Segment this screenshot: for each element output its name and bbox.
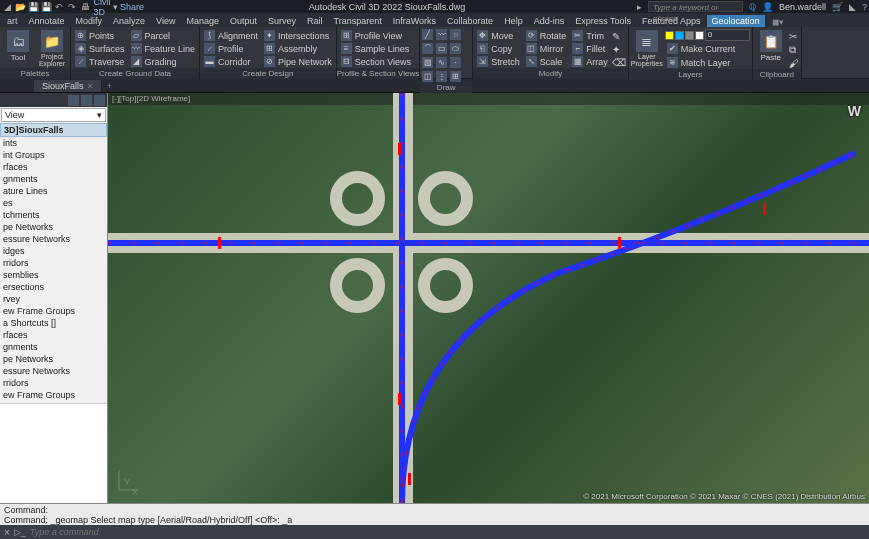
- tree-item[interactable]: gnments: [0, 173, 107, 185]
- tree-item[interactable]: pe Networks: [0, 221, 107, 233]
- pline-icon[interactable]: 〰: [436, 29, 447, 40]
- station-tick[interactable]: [763, 203, 766, 215]
- print-icon[interactable]: 🖶: [80, 2, 90, 12]
- layer-select[interactable]: 0: [705, 29, 750, 41]
- makecurrent-button[interactable]: ✔Make Current: [665, 42, 750, 55]
- trim-button[interactable]: ✂Trim: [570, 29, 610, 42]
- tree-item[interactable]: ints: [0, 137, 107, 149]
- dropdown-icon[interactable]: ▾: [110, 2, 120, 12]
- lock-icon[interactable]: [685, 31, 694, 40]
- station-tick[interactable]: [398, 143, 401, 155]
- panel-title[interactable]: Layers: [629, 69, 752, 80]
- erase-icon[interactable]: ⌫: [612, 57, 626, 68]
- more2-icon[interactable]: ⊞: [450, 71, 461, 82]
- matchprop-icon[interactable]: 🖌: [789, 58, 799, 69]
- profile-button[interactable]: ⟋Profile: [202, 42, 260, 55]
- scale-button[interactable]: ⤡Scale: [524, 55, 569, 68]
- workspace-switch[interactable]: Civil 3D: [97, 2, 107, 12]
- ribbon-tab[interactable]: InfraWorks: [388, 15, 441, 27]
- sectionviews-button[interactable]: ⊟Section Views: [339, 55, 413, 68]
- paste-button[interactable]: 📋Paste: [755, 29, 787, 63]
- tree-item[interactable]: int Groups: [0, 149, 107, 161]
- pipenetwork-button[interactable]: ⊘Pipe Network: [262, 55, 334, 68]
- ribbon-tab[interactable]: Analyze: [108, 15, 150, 27]
- traverse-button[interactable]: ⟋Traverse: [73, 55, 127, 68]
- ribbon-tab[interactable]: Rail: [302, 15, 328, 27]
- viewcube[interactable]: W: [848, 103, 861, 119]
- viewport-controls[interactable]: [-][Top][2D Wireframe]: [108, 93, 869, 105]
- station-tick[interactable]: [218, 237, 221, 249]
- tree-item[interactable]: ew Frame Groups: [0, 305, 107, 317]
- ribbon-tab[interactable]: Annotate: [24, 15, 70, 27]
- alignment-line[interactable]: [108, 240, 869, 246]
- panel-title[interactable]: Create Design: [200, 68, 336, 79]
- panel-title[interactable]: Draw: [420, 82, 472, 93]
- ribbon-tab[interactable]: Featured Apps: [637, 15, 706, 27]
- ellipse-icon[interactable]: ⬭: [450, 43, 461, 54]
- point-icon[interactable]: ·: [450, 57, 461, 68]
- redo-icon[interactable]: ↷: [67, 2, 77, 12]
- region-icon[interactable]: ◫: [422, 71, 433, 82]
- undo-icon[interactable]: ↶: [54, 2, 64, 12]
- spline-icon[interactable]: ∿: [436, 57, 447, 68]
- cut-icon[interactable]: ✂: [789, 31, 799, 42]
- ribbon-tab[interactable]: Collaborate: [442, 15, 498, 27]
- intersections-button[interactable]: ✦Intersections: [262, 29, 334, 42]
- grading-button[interactable]: ◢Grading: [129, 55, 198, 68]
- app-icon2[interactable]: ◣: [849, 2, 856, 12]
- ribbon-tab[interactable]: View: [151, 15, 180, 27]
- close-cmdline-icon[interactable]: ×: [4, 527, 10, 538]
- tree-item[interactable]: idges: [0, 245, 107, 257]
- featureline-button[interactable]: 〰Feature Line: [129, 42, 198, 55]
- points-button[interactable]: ⊕Points: [73, 29, 127, 42]
- circle-icon[interactable]: ○: [450, 29, 461, 40]
- samplelines-button[interactable]: ≡Sample Lines: [339, 42, 413, 55]
- signin-icon[interactable]: 👤: [762, 2, 773, 12]
- file-tab[interactable]: SiouxFalls×: [34, 80, 102, 92]
- corridor-button[interactable]: ▬Corridor: [202, 55, 260, 68]
- station-tick[interactable]: [408, 473, 411, 485]
- ribbon-pin-icon[interactable]: ◼▾: [772, 17, 784, 27]
- panel-title[interactable]: Modify: [473, 68, 628, 79]
- tree-item[interactable]: rridors: [0, 257, 107, 269]
- help-icon[interactable]: ℚ: [749, 2, 756, 12]
- rect-icon[interactable]: ▭: [436, 43, 447, 54]
- ribbon-tab[interactable]: Survey: [263, 15, 301, 27]
- layerprops-button[interactable]: ≣Layer Properties: [631, 29, 663, 68]
- move-button[interactable]: ✥Move: [475, 29, 522, 42]
- open-icon[interactable]: 📂: [15, 2, 25, 12]
- tree-item[interactable]: semblies: [0, 269, 107, 281]
- mirror-button[interactable]: ◫Mirror: [524, 42, 569, 55]
- array-button[interactable]: ▦Array: [570, 55, 610, 68]
- tree-item[interactable]: pe Networks: [0, 353, 107, 365]
- user-name[interactable]: Ben.wardell: [779, 2, 826, 12]
- tree-item[interactable]: rridors: [0, 377, 107, 389]
- command-history[interactable]: Command: Command: _geomap Select map typ…: [0, 503, 869, 525]
- tree-item[interactable]: essure Networks: [0, 233, 107, 245]
- tree-item[interactable]: tchments: [0, 209, 107, 221]
- saveas-icon[interactable]: 💾: [41, 2, 51, 12]
- hatch-icon[interactable]: ▨: [422, 57, 433, 68]
- panel-title[interactable]: Create Ground Data: [71, 68, 199, 79]
- save-icon[interactable]: 💾: [28, 2, 38, 12]
- tree-item[interactable]: ew Frame Groups: [0, 389, 107, 401]
- help2-icon[interactable]: ?: [862, 2, 867, 12]
- arc-icon[interactable]: ⌒: [422, 43, 433, 54]
- toolbar-icon[interactable]: [94, 95, 105, 106]
- stretch-button[interactable]: ⇲Stretch: [475, 55, 522, 68]
- extend-icon[interactable]: ✎: [612, 31, 626, 42]
- color-icon[interactable]: [695, 31, 704, 40]
- line-icon[interactable]: ╱: [422, 29, 433, 40]
- ribbon-tab[interactable]: Manage: [181, 15, 224, 27]
- view-filter-select[interactable]: View▾: [1, 108, 106, 122]
- bulb-icon[interactable]: [665, 31, 674, 40]
- tree-item[interactable]: essure Networks: [0, 365, 107, 377]
- explode-icon[interactable]: ✦: [612, 44, 626, 55]
- model-viewport[interactable]: [-][Top][2D Wireframe] W YX © 2021 Micro…: [108, 93, 869, 503]
- toolspace-button[interactable]: 🗂Tool: [2, 29, 34, 63]
- cart-icon[interactable]: 🛒: [832, 2, 843, 12]
- toolbar-icon[interactable]: [68, 95, 79, 106]
- tree-item[interactable]: rfaces: [0, 161, 107, 173]
- tree-item[interactable]: ersections: [0, 281, 107, 293]
- fillet-button[interactable]: ⌐Fillet: [570, 42, 610, 55]
